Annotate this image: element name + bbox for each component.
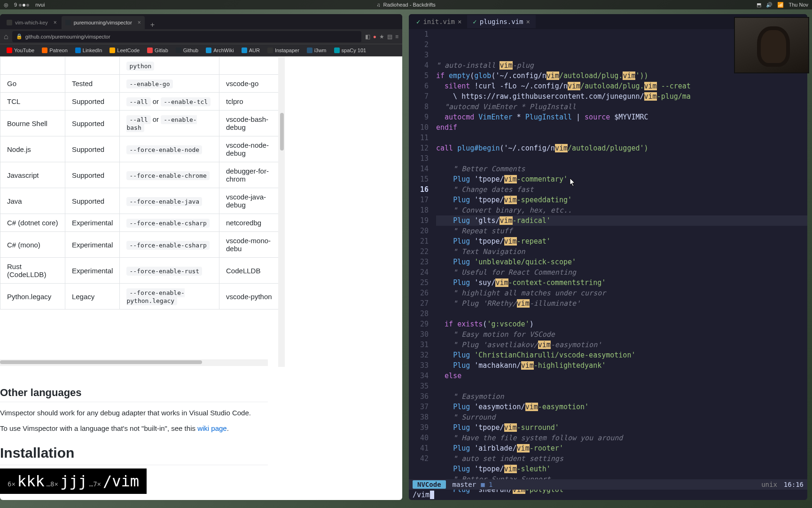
tray-icon[interactable]: 📶	[777, 2, 784, 8]
browser-tab[interactable]: vim-which-key ×	[3, 16, 61, 29]
close-icon[interactable]: ×	[138, 19, 141, 26]
url-text: github.com/puremourning/vimspector	[25, 34, 110, 40]
webcam-overlay	[734, 17, 809, 73]
code-line[interactable]: " Surround	[436, 412, 807, 422]
code-line[interactable]: silent !curl -fLo ~/.config/nvim/autoloa…	[436, 81, 807, 91]
branch-name: master	[453, 481, 476, 488]
bookmark-item[interactable]: ArchWiki	[203, 46, 236, 55]
code-line[interactable]: " Text Navigation	[436, 246, 807, 257]
code-line[interactable]: autocmd VimEnter * PlugInstall | source …	[436, 112, 807, 122]
code-line[interactable]: Plug 'ChristianChiarulli/vscode-easymoti…	[436, 350, 807, 360]
bookmark-item[interactable]: Gitlab	[144, 46, 171, 55]
bookmark-item[interactable]: LinkedIn	[72, 46, 105, 55]
command-line[interactable]: /vim	[409, 490, 807, 500]
code-line[interactable]: call plug#begin('~/.config/nvim/autoload…	[436, 143, 807, 153]
new-tab-button[interactable]: +	[146, 21, 159, 29]
code-line[interactable]: Plug 'tpope/vim-sleuth'	[436, 464, 807, 474]
code-line[interactable]: Plug 'glts/vim-radical'	[436, 215, 807, 226]
code-line[interactable]: Plug 'unblevable/quick-scope'	[436, 257, 807, 267]
code-line[interactable]	[436, 309, 807, 319]
url-input[interactable]: 🔒 github.com/puremourning/vimspector	[12, 31, 361, 42]
activities-icon[interactable]: ◎	[4, 2, 8, 8]
code-line[interactable]	[436, 381, 807, 391]
code-line[interactable]: endif	[436, 122, 807, 133]
table-row: Bourne ShellSupported--all or --enable-b…	[0, 111, 285, 136]
section-heading: Installation	[0, 445, 268, 465]
code-line[interactable]	[436, 133, 807, 143]
code-line[interactable]: Plug 'tpope/vim-speeddating'	[436, 195, 807, 205]
lock-icon: 🔒	[16, 33, 23, 40]
code-line[interactable]: " Change dates fast	[436, 184, 807, 195]
extension-icon[interactable]: ●	[373, 33, 376, 40]
bookmark-item[interactable]: YouTube	[4, 46, 37, 55]
page-content: pythonGoTested--enable-govscode-goTCLSup…	[0, 56, 402, 500]
bookmark-item[interactable]: Github	[173, 46, 201, 55]
table-row: JavaSupported--force-enable-javavscode-j…	[0, 188, 285, 214]
browser-tabstrip: vim-which-key × puremourning/vimspector …	[0, 14, 402, 29]
body-text: Vimspector should work for any debug ada…	[0, 408, 268, 419]
code-line[interactable]: Plug 'machakann/vim-highlightedyank'	[436, 360, 807, 371]
code-line[interactable]: Plug 'airblade/vim-rooter'	[436, 443, 807, 453]
code-line[interactable]: Plug 'suy/vim-context-commentstring'	[436, 278, 807, 288]
code-line[interactable]: " Better Comments	[436, 164, 807, 174]
code-line[interactable]: " highlight all matches under cursor	[436, 288, 807, 298]
extension-icon[interactable]: ◧	[365, 33, 370, 40]
music-icon: ♫	[376, 2, 380, 8]
bookmark-item[interactable]: Instapaper	[265, 46, 302, 55]
table-row: C# (mono)Experimental--force-enable-csha…	[0, 232, 285, 258]
extension-icon[interactable]: ★	[379, 33, 384, 40]
code-line[interactable]: Plug 'tpope/vim-surround'	[436, 422, 807, 433]
code-line[interactable]: " Repeat stuff	[436, 226, 807, 236]
home-icon[interactable]: ⌂	[4, 32, 8, 41]
browser-tab-active[interactable]: puremourning/vimspector ×	[62, 16, 145, 29]
mode-indicator: NVCode	[413, 480, 446, 489]
extension-icon[interactable]: ▤	[387, 33, 392, 40]
code-line[interactable]: " Useful for React Commenting	[436, 267, 807, 278]
body-text: To use Vimspector with a language that's…	[0, 423, 268, 434]
clock[interactable]: Thu Nov	[789, 2, 808, 8]
buffer-tab-active[interactable]: ✓ plugins.vim ×	[467, 15, 536, 28]
table-row: GoTested--enable-govscode-go	[0, 75, 285, 93]
editor-area[interactable]: 1234567891011121314151617181920212223242…	[409, 29, 807, 487]
scrollbar-vertical[interactable]	[278, 56, 285, 367]
table-row: TCLSupported--all or --enable-tcltclpro	[0, 93, 285, 111]
code-line[interactable]: " Easymotion	[436, 391, 807, 402]
code-line[interactable]: if exists('g:vscode')	[436, 319, 807, 329]
bookmark-item[interactable]: AUR	[239, 46, 263, 55]
bookmarks-bar: YouTubePatreonLinkedInLeetCodeGitlabGith…	[0, 44, 402, 56]
line-gutter: 1234567891011121314151617181920212223242…	[409, 29, 432, 464]
scroll-thumb[interactable]	[280, 113, 284, 151]
code-line[interactable]: " Easy motion for VSCode	[436, 329, 807, 340]
code-line[interactable]	[436, 153, 807, 164]
scroll-thumb[interactable]	[0, 360, 202, 364]
code-line[interactable]: Plug 'tpope/vim-repeat'	[436, 236, 807, 246]
buffer-tab[interactable]: ✓ init.vim ×	[411, 15, 467, 28]
close-icon[interactable]: ×	[458, 18, 461, 25]
tray-icon[interactable]: 🔊	[766, 2, 773, 8]
menu-icon[interactable]: ≡	[395, 33, 398, 40]
code-line[interactable]: " Convert binary, hex, etc..	[436, 205, 807, 215]
bookmark-item[interactable]: spaCy 101	[331, 46, 369, 55]
wiki-link[interactable]: wiki page	[197, 424, 227, 432]
code-line[interactable]: "autocmd VimEnter * PlugInstall	[436, 102, 807, 112]
tray-icon[interactable]: ⬒	[757, 2, 761, 8]
bookmark-item[interactable]: LeetCode	[107, 46, 142, 55]
close-icon[interactable]: ×	[54, 19, 57, 26]
code-line[interactable]: " Plug 'asvetliakov/vim-easymotion'	[436, 340, 807, 350]
bookmark-item[interactable]: Patreon	[39, 46, 70, 55]
code-line[interactable]: else	[436, 371, 807, 381]
code-line[interactable]: " Have the file system follow you around	[436, 433, 807, 443]
workspace-indicator[interactable]: 9	[14, 2, 30, 8]
scrollbar-horizontal[interactable]	[0, 359, 268, 366]
code-line[interactable]: \ https://raw.githubusercontent.com/june…	[436, 91, 807, 102]
file-format: unix	[761, 481, 777, 488]
code-line[interactable]: " auto set indent settings	[436, 453, 807, 464]
statusline: NVCode master ■ 1 unix 16:16	[409, 479, 807, 490]
bookmark-item[interactable]: i3wm	[304, 46, 329, 55]
section-heading: Other languages	[0, 387, 268, 402]
code-line[interactable]: Plug 'easymotion/vim-easymotion'	[436, 402, 807, 412]
close-icon[interactable]: ×	[526, 18, 530, 25]
code-line[interactable]: Plug 'tpope/vim-commentary'	[436, 174, 807, 184]
code-line[interactable]: " Plug 'RRethy/vim-illuminate'	[436, 298, 807, 309]
now-playing[interactable]: Radiohead - Backdrifts	[383, 2, 435, 8]
